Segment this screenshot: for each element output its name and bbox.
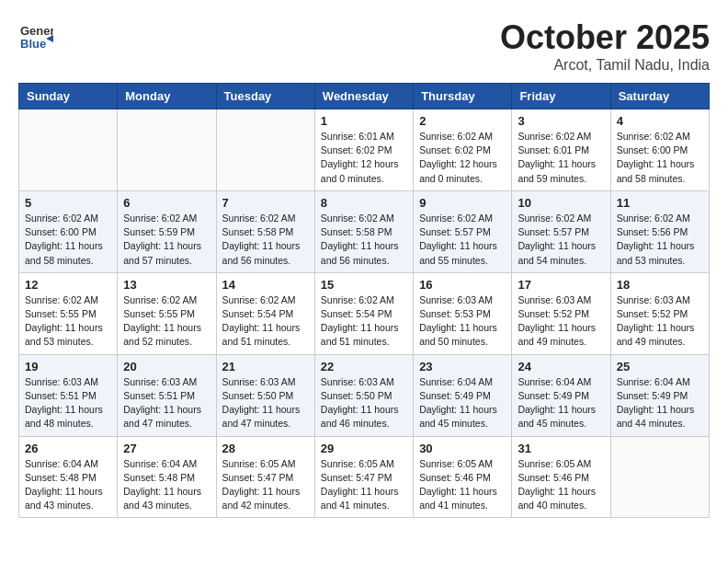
- day-info: Sunrise: 6:02 AM Sunset: 5:58 PM Dayligh…: [222, 212, 309, 268]
- day-info: Sunrise: 6:03 AM Sunset: 5:52 PM Dayligh…: [617, 293, 703, 350]
- day-number: 9: [419, 196, 506, 210]
- day-info: Sunrise: 6:03 AM Sunset: 5:51 PM Dayligh…: [123, 375, 210, 431]
- day-number: 25: [617, 360, 703, 373]
- weekday-header-sunday: Sunday: [19, 84, 118, 109]
- calendar-cell: 5Sunrise: 6:02 AM Sunset: 6:00 PM Daylig…: [19, 190, 118, 272]
- day-number: 26: [25, 442, 111, 455]
- day-info: Sunrise: 6:02 AM Sunset: 5:54 PM Dayligh…: [222, 293, 309, 350]
- day-number: 30: [419, 442, 506, 455]
- day-number: 5: [25, 196, 111, 210]
- day-number: 19: [25, 360, 111, 373]
- day-number: 28: [222, 442, 309, 455]
- day-info: Sunrise: 6:02 AM Sunset: 5:55 PM Dayligh…: [123, 293, 210, 350]
- day-number: 10: [518, 196, 604, 210]
- day-info: Sunrise: 6:02 AM Sunset: 5:59 PM Dayligh…: [123, 212, 210, 268]
- calendar-cell: 26Sunrise: 6:04 AM Sunset: 5:48 PM Dayli…: [19, 436, 118, 518]
- calendar-cell: [610, 436, 709, 518]
- day-info: Sunrise: 6:02 AM Sunset: 6:01 PM Dayligh…: [518, 130, 604, 186]
- day-info: Sunrise: 6:05 AM Sunset: 5:46 PM Dayligh…: [419, 457, 506, 513]
- day-info: Sunrise: 6:04 AM Sunset: 5:48 PM Dayligh…: [25, 457, 111, 513]
- calendar-cell: 1Sunrise: 6:01 AM Sunset: 6:02 PM Daylig…: [314, 109, 413, 191]
- day-number: 27: [123, 442, 210, 455]
- day-number: 29: [321, 442, 407, 455]
- calendar-cell: 16Sunrise: 6:03 AM Sunset: 5:53 PM Dayli…: [414, 272, 512, 354]
- day-number: 14: [222, 278, 309, 292]
- day-info: Sunrise: 6:03 AM Sunset: 5:50 PM Dayligh…: [321, 375, 407, 431]
- calendar-cell: 11Sunrise: 6:02 AM Sunset: 5:56 PM Dayli…: [610, 190, 709, 272]
- calendar-cell: 17Sunrise: 6:03 AM Sunset: 5:52 PM Dayli…: [512, 272, 610, 354]
- day-number: 21: [222, 360, 309, 373]
- day-info: Sunrise: 6:04 AM Sunset: 5:49 PM Dayligh…: [518, 375, 604, 431]
- day-number: 2: [419, 114, 506, 128]
- weekday-header-wednesday: Wednesday: [314, 84, 413, 109]
- calendar-cell: 9Sunrise: 6:02 AM Sunset: 5:57 PM Daylig…: [414, 190, 512, 272]
- calendar-cell: 15Sunrise: 6:02 AM Sunset: 5:54 PM Dayli…: [314, 272, 413, 354]
- day-number: 18: [617, 278, 703, 292]
- location: Arcot, Tamil Nadu, India: [500, 57, 710, 74]
- weekday-header-tuesday: Tuesday: [216, 84, 314, 109]
- day-number: 15: [321, 278, 407, 292]
- svg-text:General: General: [20, 24, 53, 38]
- day-number: 8: [321, 196, 407, 210]
- calendar-cell: 4Sunrise: 6:02 AM Sunset: 6:00 PM Daylig…: [610, 109, 709, 191]
- day-number: 3: [518, 114, 604, 128]
- weekday-header-row: SundayMondayTuesdayWednesdayThursdayFrid…: [19, 84, 710, 109]
- day-info: Sunrise: 6:02 AM Sunset: 6:02 PM Dayligh…: [419, 130, 506, 186]
- day-number: 17: [518, 278, 604, 292]
- calendar-cell: 29Sunrise: 6:05 AM Sunset: 5:47 PM Dayli…: [314, 436, 413, 518]
- day-info: Sunrise: 6:02 AM Sunset: 6:00 PM Dayligh…: [617, 130, 703, 186]
- day-info: Sunrise: 6:02 AM Sunset: 5:54 PM Dayligh…: [321, 293, 407, 350]
- day-number: 23: [419, 360, 506, 373]
- calendar-cell: [118, 109, 216, 191]
- day-number: 16: [419, 278, 506, 292]
- day-number: 11: [617, 196, 703, 210]
- day-info: Sunrise: 6:04 AM Sunset: 5:49 PM Dayligh…: [419, 375, 506, 431]
- day-number: 6: [123, 196, 210, 210]
- week-row-3: 12Sunrise: 6:02 AM Sunset: 5:55 PM Dayli…: [19, 272, 710, 354]
- day-info: Sunrise: 6:05 AM Sunset: 5:46 PM Dayligh…: [518, 457, 604, 513]
- title-area: October 2025 Arcot, Tamil Nadu, India: [500, 18, 710, 74]
- day-number: 13: [123, 278, 210, 292]
- day-info: Sunrise: 6:02 AM Sunset: 5:57 PM Dayligh…: [518, 212, 604, 268]
- week-row-1: 1Sunrise: 6:01 AM Sunset: 6:02 PM Daylig…: [19, 109, 710, 191]
- calendar-cell: 13Sunrise: 6:02 AM Sunset: 5:55 PM Dayli…: [118, 272, 216, 354]
- day-info: Sunrise: 6:05 AM Sunset: 5:47 PM Dayligh…: [321, 457, 407, 513]
- day-number: 12: [25, 278, 111, 292]
- day-info: Sunrise: 6:01 AM Sunset: 6:02 PM Dayligh…: [321, 130, 407, 186]
- calendar-cell: 27Sunrise: 6:04 AM Sunset: 5:48 PM Dayli…: [118, 436, 216, 518]
- month-title: October 2025: [500, 18, 710, 57]
- svg-text:Blue: Blue: [20, 37, 46, 51]
- day-info: Sunrise: 6:02 AM Sunset: 5:56 PM Dayligh…: [617, 212, 703, 268]
- day-number: 24: [518, 360, 604, 373]
- week-row-4: 19Sunrise: 6:03 AM Sunset: 5:51 PM Dayli…: [19, 354, 710, 436]
- day-number: 31: [518, 442, 604, 455]
- logo-icon: General Blue: [18, 18, 53, 53]
- week-row-5: 26Sunrise: 6:04 AM Sunset: 5:48 PM Dayli…: [19, 436, 710, 518]
- calendar-cell: 21Sunrise: 6:03 AM Sunset: 5:50 PM Dayli…: [216, 354, 314, 436]
- calendar-cell: 3Sunrise: 6:02 AM Sunset: 6:01 PM Daylig…: [512, 109, 610, 191]
- day-info: Sunrise: 6:02 AM Sunset: 5:57 PM Dayligh…: [419, 212, 506, 268]
- calendar-cell: [19, 109, 118, 191]
- calendar-cell: 30Sunrise: 6:05 AM Sunset: 5:46 PM Dayli…: [414, 436, 512, 518]
- calendar: SundayMondayTuesdayWednesdayThursdayFrid…: [18, 83, 710, 518]
- day-info: Sunrise: 6:04 AM Sunset: 5:48 PM Dayligh…: [123, 457, 210, 513]
- weekday-header-monday: Monday: [118, 84, 216, 109]
- calendar-cell: 31Sunrise: 6:05 AM Sunset: 5:46 PM Dayli…: [512, 436, 610, 518]
- calendar-cell: [216, 109, 314, 191]
- day-number: 20: [123, 360, 210, 373]
- calendar-cell: 24Sunrise: 6:04 AM Sunset: 5:49 PM Dayli…: [512, 354, 610, 436]
- calendar-cell: 25Sunrise: 6:04 AM Sunset: 5:49 PM Dayli…: [610, 354, 709, 436]
- day-info: Sunrise: 6:03 AM Sunset: 5:53 PM Dayligh…: [419, 293, 506, 350]
- weekday-header-friday: Friday: [512, 84, 610, 109]
- day-info: Sunrise: 6:05 AM Sunset: 5:47 PM Dayligh…: [222, 457, 309, 513]
- calendar-cell: 19Sunrise: 6:03 AM Sunset: 5:51 PM Dayli…: [19, 354, 118, 436]
- weekday-header-thursday: Thursday: [414, 84, 512, 109]
- calendar-cell: 8Sunrise: 6:02 AM Sunset: 5:58 PM Daylig…: [314, 190, 413, 272]
- calendar-cell: 20Sunrise: 6:03 AM Sunset: 5:51 PM Dayli…: [118, 354, 216, 436]
- day-number: 4: [617, 114, 703, 128]
- day-number: 22: [321, 360, 407, 373]
- calendar-cell: 2Sunrise: 6:02 AM Sunset: 6:02 PM Daylig…: [414, 109, 512, 191]
- calendar-cell: 10Sunrise: 6:02 AM Sunset: 5:57 PM Dayli…: [512, 190, 610, 272]
- day-info: Sunrise: 6:04 AM Sunset: 5:49 PM Dayligh…: [617, 375, 703, 431]
- day-info: Sunrise: 6:03 AM Sunset: 5:51 PM Dayligh…: [25, 375, 111, 431]
